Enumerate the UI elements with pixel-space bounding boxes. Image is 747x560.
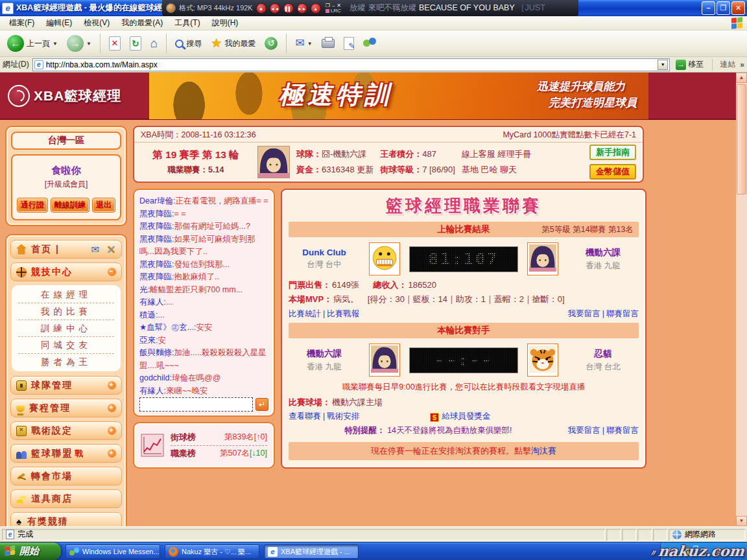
forward-dropdown-icon[interactable]: ▼ [86,41,91,47]
nav-home[interactable]: 首页 | ✉ [10,240,122,259]
menu-help[interactable]: 說明(H) [207,16,244,30]
playoff-link[interactable]: 淘汰賽 [531,446,556,456]
nav-city-friends[interactable]: 同城交友 [18,337,114,354]
player-prev-button[interactable]: ◄◄ [270,3,280,14]
ad-banner[interactable]: 極速特訓 迅速提升球員能力 完美打造明星球員 [149,73,648,119]
keyboard-tray-icon[interactable] [667,548,677,555]
nav-basketball-league[interactable]: 籃球聯盟 戰 + [10,444,122,463]
leave-message-link2[interactable]: 我要留言 [568,426,600,435]
nav-online-manager[interactable]: 在線經理 [18,286,114,303]
home-team-link[interactable]: Dunk Club [289,248,360,257]
player-stop-button[interactable]: ■ [256,3,267,14]
scroll-up-button[interactable]: ▲ [736,73,747,83]
tactic-arrange-link[interactable]: 戰術安排 [327,412,359,421]
go-button[interactable]: →移至 [673,58,706,71]
away-team-link[interactable]: 機動六課 [567,247,639,259]
match-report-link[interactable]: 比賽戰報 [327,309,359,318]
logout-button[interactable]: 退出 [92,198,115,213]
edit-button[interactable] [340,35,357,52]
stop-button[interactable]: ✕ [106,34,124,52]
match-stats-link[interactable]: 比賽統計 [289,309,321,318]
view-league-link[interactable]: 查看聯賽 [289,412,321,421]
expand-icon[interactable]: + [108,404,116,412]
address-dropdown-button[interactable]: ▼ [658,60,668,70]
home-button[interactable]: ⌂ [147,35,161,52]
scrollbar-thumb[interactable] [737,84,746,194]
mail-icon[interactable]: ✉ [91,244,101,255]
player-bonus-link[interactable]: 給球員發獎金 [442,412,490,421]
menu-favorites[interactable]: 我的最愛(A) [116,16,168,30]
back-button[interactable]: ← 上一頁 ▼ [4,33,61,54]
back-dropdown-icon[interactable]: ▼ [53,41,58,47]
baha-link[interactable]: 巴哈 [480,165,497,174]
base-link[interactable]: 基地 [462,165,479,174]
links-label[interactable]: 連結 [718,59,737,70]
history-button[interactable]: ↺ [261,35,281,52]
start-button[interactable]: 開始 [0,542,61,560]
upgrade-member-link[interactable]: [升級成會員] [14,179,118,190]
print-button[interactable] [318,37,338,50]
online-service-link[interactable]: 線上客服 [462,149,495,159]
favorites-button[interactable]: ★我的最愛 [208,36,259,51]
nav-team-management[interactable]: 球隊管理 + [10,376,122,395]
close-button[interactable]: ✕ [731,1,745,15]
messenger-button[interactable] [360,35,379,52]
tools-icon[interactable] [106,244,116,255]
nav-transfer-market[interactable]: 轉會市場 [10,467,122,485]
expand-icon[interactable]: + [108,381,116,390]
refresh-button[interactable]: ↻ [126,34,145,52]
nav-competition-center[interactable]: 競技中心 − [10,262,122,281]
next-away-team-link[interactable]: 忍貓 [567,348,639,360]
chat-link[interactable]: 聊天 [500,165,517,174]
nav-prize-quiz[interactable]: ♠ 有獎競猜 [10,512,122,526]
league-message-link[interactable]: 聯賽留言 [606,309,639,318]
mail-dropdown-icon[interactable]: ▼ [307,41,313,47]
tray-avatar-icon[interactable] [715,547,723,555]
links-chevron[interactable]: » [740,60,744,69]
player-eject-button[interactable]: ▲ [311,3,321,14]
money-update-link[interactable]: 更新 [357,165,374,174]
player-lrc-toggle[interactable]: LRC [326,8,341,14]
page-scrollbar[interactable]: ▲ ▼ [736,73,747,526]
league-message-link2[interactable]: 聯賽留言 [606,426,639,435]
player-pause-button[interactable]: ▌▌ [283,3,294,14]
menu-tools[interactable]: 工具(T) [169,16,205,30]
minimize-button[interactable]: – [702,1,715,15]
menu-file[interactable]: 檔案(F) [4,16,40,30]
topup-button[interactable]: 金幣儲值 [589,164,636,180]
send-button[interactable]: ↵ [255,398,268,411]
pro-rank-label[interactable]: 職業榜 [171,448,196,460]
address-input[interactable]: e http://nba.xba.com.tw/Main.aspx ▼ [32,58,670,71]
newbie-guide-button[interactable]: 新手指南 [589,145,636,160]
collapse-icon[interactable]: − [108,268,116,276]
player-next-button[interactable]: ►► [297,3,307,14]
site-logo[interactable]: XBA籃球經理 [0,85,149,107]
street-rank-label[interactable]: 街球榜 [171,432,196,443]
offline-training-button[interactable]: 離線訓練 [51,198,89,213]
taskbar-item-xba[interactable]: e XBA籃球經理遊戲 - ... [264,544,359,559]
passport-button[interactable]: 通行證 [17,198,48,213]
forward-button[interactable]: →▼ [64,33,95,54]
nav-training-center[interactable]: 訓練中心 [18,320,114,337]
taskbar-item-messenger[interactable]: Windows Live Messen... [65,544,160,559]
nav-tactics-settings[interactable]: 戰術設定 + [10,421,122,440]
tray-messenger-icon[interactable]: › [702,547,711,555]
nav-winner-king[interactable]: 勝者為王 [18,354,114,370]
expand-icon[interactable]: + [108,426,116,435]
next-home-team-link[interactable]: 機動六課 [289,348,360,360]
hidden-icons-chevron[interactable]: ❒▾ [693,546,698,557]
nav-my-matches[interactable]: 我的比賽 [18,303,114,320]
expand-icon[interactable]: + [108,449,116,458]
nav-schedule-management[interactable]: 賽程管理 + [10,399,122,417]
manual-link[interactable]: 經理手冊 [497,149,531,159]
ime-help-icon[interactable]: ? [681,547,689,555]
leave-message-link[interactable]: 我要留言 [568,309,600,318]
menu-edit[interactable]: 編輯(E) [41,16,77,30]
search-button[interactable]: 搜尋 [172,36,205,51]
address-url[interactable]: http://nba.xba.com.tw/Main.aspx [46,60,158,69]
menu-view[interactable]: 檢視(V) [78,16,115,30]
mail-button[interactable]: ✉▼ [292,36,315,51]
nav-item-shop[interactable]: 道具商店 [10,489,122,508]
player-restore-button[interactable]: ❒ [326,3,330,8]
taskbar-item-firefox[interactable]: Nakuz 樂古 - ♡﹏樂... [165,544,259,559]
